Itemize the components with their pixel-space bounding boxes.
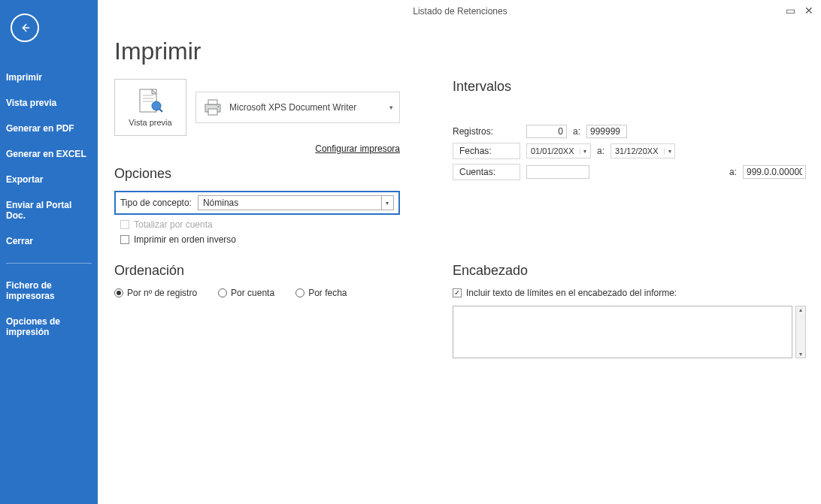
svg-rect-8 bbox=[208, 100, 217, 104]
window-controls: ▭ ✕ bbox=[786, 5, 813, 17]
radio-registro-input[interactable] bbox=[114, 288, 123, 297]
radio-cuenta[interactable]: Por cuenta bbox=[218, 288, 274, 298]
chevron-down-icon: ▾ bbox=[664, 148, 674, 155]
sidebar-item-exportar[interactable]: Exportar bbox=[0, 167, 98, 192]
ordenacion-radio-group: Por nº de registro Por cuenta Por fecha bbox=[114, 288, 400, 298]
svg-point-10 bbox=[217, 106, 219, 107]
cuentas-label: Cuentas: bbox=[453, 164, 520, 180]
ordenacion-heading: Ordenación bbox=[114, 263, 400, 279]
fechas-to-value: 31/12/20XX bbox=[611, 146, 664, 155]
scroll-down-icon[interactable]: ▾ bbox=[799, 351, 802, 358]
sidebar: Imprimir Vista previa Generar en PDF Gen… bbox=[0, 0, 98, 504]
sidebar-item-portal-doc[interactable]: Enviar al Portal Doc. bbox=[0, 192, 98, 228]
svg-rect-0 bbox=[23, 27, 29, 29]
include-header-label: Incluir texto de límites en el encabezad… bbox=[466, 288, 677, 298]
cuentas-row: Cuentas: a: bbox=[453, 164, 806, 180]
registros-row: Registros: a: bbox=[453, 125, 806, 138]
inverso-row[interactable]: Imprimir en orden inverso bbox=[114, 234, 400, 245]
radio-cuenta-input[interactable] bbox=[218, 288, 227, 297]
cuentas-from-input[interactable] bbox=[526, 165, 589, 179]
printer-icon bbox=[202, 98, 223, 116]
configure-printer-link[interactable]: Configurar impresora bbox=[114, 143, 400, 154]
preview-button-label: Vista previa bbox=[129, 118, 171, 127]
sidebar-item-fichero-impresoras[interactable]: Fichero de impresoras bbox=[0, 273, 98, 309]
svg-rect-9 bbox=[208, 109, 217, 115]
document-preview-icon bbox=[135, 88, 165, 115]
sidebar-item-vista-previa[interactable]: Vista previa bbox=[0, 90, 98, 116]
radio-fecha[interactable]: Por fecha bbox=[295, 288, 347, 298]
fechas-from-value: 01/01/20XX bbox=[527, 146, 580, 155]
close-icon[interactable]: ✕ bbox=[804, 5, 813, 17]
page-title: Imprimir bbox=[114, 38, 806, 65]
totalizar-checkbox bbox=[120, 220, 129, 229]
header-textarea[interactable] bbox=[453, 306, 792, 358]
inverso-checkbox[interactable] bbox=[120, 235, 129, 244]
totalizar-row: Totalizar por cuenta bbox=[114, 219, 400, 230]
registros-from-input[interactable] bbox=[526, 125, 567, 138]
radio-registro-label: Por nº de registro bbox=[127, 288, 197, 298]
sidebar-item-opciones-impresion[interactable]: Opciones de impresión bbox=[0, 309, 98, 345]
cuentas-sep: a: bbox=[729, 167, 737, 177]
textarea-scrollbar[interactable]: ▴ ▾ bbox=[795, 306, 806, 358]
cuentas-to-input[interactable] bbox=[743, 165, 806, 179]
concept-type-label: Tipo de concepto: bbox=[120, 198, 192, 208]
fechas-to-select[interactable]: 31/12/20XX ▾ bbox=[610, 143, 675, 158]
printer-name: Microsoft XPS Document Writer bbox=[229, 102, 356, 113]
sidebar-item-cerrar[interactable]: Cerrar bbox=[0, 228, 98, 254]
scroll-up-icon[interactable]: ▴ bbox=[799, 306, 802, 313]
inverso-label: Imprimir en orden inverso bbox=[134, 234, 236, 245]
encabezado-heading: Encabezado bbox=[453, 263, 806, 279]
include-header-row[interactable]: Incluir texto de límites en el encabezad… bbox=[453, 288, 806, 298]
radio-fecha-input[interactable] bbox=[295, 288, 304, 297]
concept-type-row: Tipo de concepto: Nóminas ▾ bbox=[114, 191, 400, 215]
concept-type-select[interactable]: Nóminas ▾ bbox=[198, 195, 394, 210]
radio-cuenta-label: Por cuenta bbox=[231, 288, 274, 298]
registros-to-input[interactable] bbox=[586, 125, 627, 138]
include-header-checkbox[interactable] bbox=[453, 288, 462, 297]
radio-registro[interactable]: Por nº de registro bbox=[114, 288, 197, 298]
sidebar-item-generar-pdf[interactable]: Generar en PDF bbox=[0, 116, 98, 141]
printer-select[interactable]: Microsoft XPS Document Writer ▾ bbox=[195, 92, 400, 123]
concept-type-value: Nóminas bbox=[198, 198, 381, 208]
chevron-down-icon: ▾ bbox=[381, 196, 393, 210]
back-button[interactable] bbox=[11, 14, 39, 42]
registros-sep: a: bbox=[573, 126, 580, 137]
main-panel: ▭ ✕ Listado de Retenciones Imprimir bbox=[98, 0, 821, 504]
fechas-label: Fechas: bbox=[453, 143, 520, 159]
app-title: Listado de Retenciones bbox=[114, 0, 806, 17]
chevron-down-icon: ▾ bbox=[389, 104, 393, 111]
radio-fecha-label: Por fecha bbox=[308, 288, 347, 298]
totalizar-label: Totalizar por cuenta bbox=[134, 219, 213, 230]
fechas-from-select[interactable]: 01/01/20XX ▾ bbox=[526, 143, 591, 158]
preview-button[interactable]: Vista previa bbox=[114, 79, 186, 136]
sidebar-item-generar-excel[interactable]: Generar en EXCEL bbox=[0, 141, 98, 167]
intervalos-heading: Intervalos bbox=[453, 79, 806, 95]
opciones-heading: Opciones bbox=[114, 166, 400, 182]
registros-label: Registros: bbox=[453, 126, 520, 137]
sidebar-divider bbox=[6, 263, 92, 264]
svg-line-6 bbox=[159, 109, 162, 112]
maximize-icon[interactable]: ▭ bbox=[786, 5, 795, 17]
back-arrow-icon bbox=[18, 21, 32, 35]
sidebar-item-imprimir[interactable]: Imprimir bbox=[0, 65, 98, 90]
fechas-row: Fechas: 01/01/20XX ▾ a: 31/12/20XX ▾ bbox=[453, 143, 806, 159]
chevron-down-icon: ▾ bbox=[580, 148, 590, 155]
fechas-sep: a: bbox=[597, 146, 604, 156]
